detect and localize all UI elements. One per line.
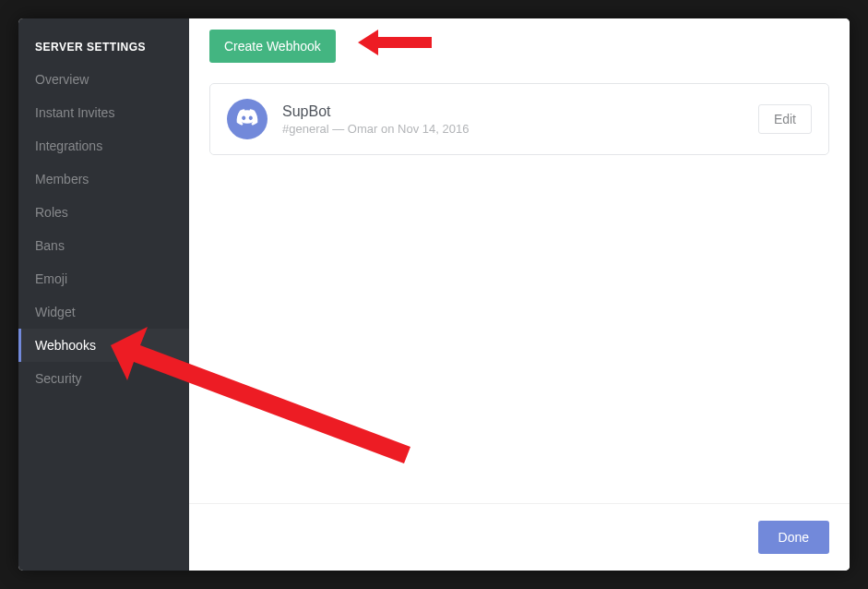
sidebar-item-widget[interactable]: Widget [18, 295, 189, 329]
sidebar-item-emoji[interactable]: Emoji [18, 262, 189, 295]
webhook-on-word: on [377, 122, 398, 136]
edit-webhook-button[interactable]: Edit [758, 104, 812, 134]
sidebar-item-overview[interactable]: Overview [18, 63, 189, 96]
webhook-meta: #general — Omar on Nov 14, 2016 [282, 122, 743, 136]
sidebar-item-label: Members [35, 172, 89, 186]
webhook-separator: — [329, 122, 348, 136]
sidebar-item-instant-invites[interactable]: Instant Invites [18, 96, 189, 129]
sidebar-item-label: Integrations [35, 138, 102, 153]
sidebar-item-label: Webhooks [35, 338, 96, 353]
sidebar-header: SERVER SETTINGS [18, 26, 189, 63]
sidebar-item-webhooks[interactable]: Webhooks [18, 329, 189, 362]
webhook-avatar [227, 99, 268, 139]
webhook-author: Omar [348, 122, 378, 136]
sidebar-item-label: Roles [35, 205, 68, 220]
settings-modal: SERVER SETTINGS Overview Instant Invites… [18, 18, 850, 571]
sidebar-item-security[interactable]: Security [18, 362, 189, 395]
discord-icon [235, 105, 259, 133]
webhook-name: SupBot [282, 103, 743, 120]
done-button[interactable]: Done [758, 521, 829, 554]
sidebar-item-roles[interactable]: Roles [18, 196, 189, 229]
webhook-card: SupBot #general — Omar on Nov 14, 2016 E… [209, 83, 829, 155]
sidebar: SERVER SETTINGS Overview Instant Invites… [18, 18, 189, 571]
sidebar-item-label: Instant Invites [35, 105, 114, 120]
sidebar-item-label: Emoji [35, 271, 67, 286]
sidebar-item-label: Security [35, 371, 82, 386]
webhook-channel: #general [282, 122, 329, 136]
sidebar-item-label: Bans [35, 238, 65, 253]
sidebar-item-members[interactable]: Members [18, 162, 189, 196]
sidebar-item-label: Widget [35, 305, 76, 319]
main-footer: Done [189, 503, 850, 571]
main-panel: Create Webhook SupBot #general — Omar on… [189, 18, 850, 571]
webhook-date: Nov 14, 2016 [398, 122, 469, 136]
sidebar-item-label: Overview [35, 72, 89, 87]
sidebar-item-integrations[interactable]: Integrations [18, 129, 189, 162]
create-webhook-button[interactable]: Create Webhook [209, 30, 336, 63]
main-content: Create Webhook SupBot #general — Omar on… [189, 18, 850, 503]
sidebar-item-bans[interactable]: Bans [18, 229, 189, 262]
webhook-info: SupBot #general — Omar on Nov 14, 2016 [282, 103, 743, 136]
